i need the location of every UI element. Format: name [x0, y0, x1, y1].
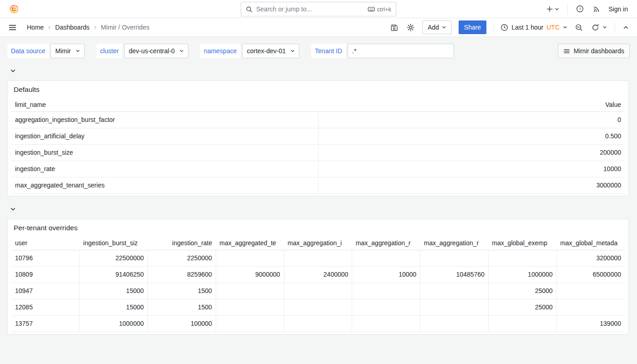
column-header[interactable]: ingestion_burst_siz: [80, 237, 148, 250]
table-row: ingestion_artificial_delay0.500: [11, 128, 625, 144]
variable-label-datasource[interactable]: Data source: [7, 44, 49, 58]
chevron-down-icon: [563, 25, 567, 30]
keyboard-icon: [368, 5, 375, 13]
table-cell: ingestion_burst_size: [11, 144, 318, 161]
column-header[interactable]: ingestion_rate: [148, 237, 216, 250]
add-button[interactable]: Add: [422, 20, 452, 34]
table-cell: [556, 283, 625, 299]
clock-icon: [500, 24, 508, 31]
cluster-select[interactable]: dev-us-central-0: [124, 44, 188, 58]
column-header[interactable]: max_global_metada: [556, 237, 625, 250]
news-button[interactable]: [592, 5, 601, 14]
table-row: 107962250000022500003200000: [11, 250, 625, 266]
tenant-id-input[interactable]: [348, 44, 454, 58]
dashboard-settings-button[interactable]: [406, 23, 415, 32]
time-range-label: Last 1 hour: [511, 24, 543, 31]
panel-title[interactable]: Defaults: [8, 81, 628, 98]
defaults-table: limit_nameValueaggregation_ingestion_bur…: [11, 98, 625, 194]
table-cell: 1500: [148, 299, 216, 315]
table-cell: 10809: [11, 266, 80, 283]
dashboard-toolbar: Home Dashboards Mimir / Overrides: [0, 18, 637, 37]
column-header[interactable]: max_aggregated_te: [216, 237, 284, 250]
search-icon: [246, 6, 253, 13]
table-cell: 1000000: [488, 266, 556, 283]
help-icon: ?: [576, 5, 584, 13]
table-cell: 1500: [148, 283, 216, 299]
table-row: max_aggregated_tenant_series3000000: [11, 177, 625, 193]
table-cell: 2400000: [284, 266, 352, 283]
breadcrumb-current: Mimir / Overrides: [101, 24, 150, 31]
table-cell: 0.500: [318, 128, 625, 144]
toolbar-actions: Add Share Last 1 hour UTC: [389, 20, 630, 34]
table-row: ingestion_rate10000: [11, 161, 625, 177]
column-header[interactable]: Value: [318, 98, 625, 111]
variable-label-tenant-id[interactable]: Tenant ID: [311, 44, 346, 58]
table-cell: [420, 299, 489, 315]
column-header[interactable]: user: [11, 237, 80, 250]
mimir-dashboards-button[interactable]: Mimir dashboards: [558, 44, 630, 58]
table-cell: 10000: [318, 161, 625, 177]
search-input[interactable]: [256, 5, 364, 13]
table-row: aggregation_ingestion_burst_factor0: [11, 111, 625, 128]
table-cell: [420, 250, 489, 266]
column-header[interactable]: max_aggregation_r: [352, 237, 420, 250]
table-cell: [556, 299, 625, 315]
datasource-select[interactable]: Mimir: [51, 44, 84, 58]
table-cell: [284, 299, 352, 315]
row-collapse-toggle[interactable]: [10, 205, 20, 212]
breadcrumb: Home Dashboards Mimir / Overrides: [27, 24, 149, 31]
table-cell: [420, 315, 489, 332]
table-cell: 91406250: [80, 266, 148, 283]
variable-datasource: Data source Mimir: [7, 44, 85, 58]
table-cell: [352, 250, 420, 266]
table-row: 1080991406250825960090000002400000100001…: [11, 266, 625, 283]
column-header[interactable]: max_global_exemp: [488, 237, 556, 250]
column-header[interactable]: max_aggregation_i: [284, 237, 352, 250]
sign-in-link[interactable]: Sign in: [608, 5, 628, 13]
save-dashboard-button[interactable]: [389, 23, 399, 32]
table-cell: 10485760: [420, 266, 489, 283]
refresh-button[interactable]: [591, 23, 608, 32]
table-cell: 10947: [11, 283, 80, 299]
overrides-table: useringestion_burst_sizingestion_ratemax…: [11, 237, 625, 332]
share-button[interactable]: Share: [459, 20, 486, 34]
table-cell: 0: [318, 111, 625, 128]
collapse-toolbar-button[interactable]: [622, 24, 630, 31]
news-icon: [593, 5, 600, 13]
variable-label-cluster[interactable]: cluster: [96, 44, 122, 58]
divider: [615, 22, 615, 32]
zoom-out-icon: [575, 24, 583, 31]
column-header[interactable]: max_aggregation_r: [420, 237, 489, 250]
mega-menu-toggle[interactable]: [7, 22, 18, 33]
time-range-picker[interactable]: Last 1 hour UTC: [500, 24, 567, 31]
table-cell: [352, 299, 420, 315]
gear-icon: [407, 24, 415, 31]
table-cell: [488, 315, 556, 332]
new-menu-button[interactable]: [545, 5, 560, 14]
breadcrumb-dashboards[interactable]: Dashboards: [55, 24, 90, 31]
grafana-logo[interactable]: [9, 4, 19, 14]
variable-filters-row: Data source Mimir cluster dev-us-central…: [7, 44, 630, 58]
namespace-select[interactable]: cortex-dev-01: [242, 44, 299, 58]
panel-title[interactable]: Per-tenant overrides: [8, 219, 628, 237]
global-search[interactable]: ctrl+k: [241, 2, 396, 16]
variable-label-namespace[interactable]: namespace: [200, 44, 240, 58]
table-cell: 22500000: [80, 250, 148, 266]
angle-right-icon: [47, 25, 51, 30]
search-shortcut: ctrl+k: [368, 5, 391, 13]
breadcrumb-home[interactable]: Home: [27, 24, 44, 31]
refresh-icon: [592, 24, 599, 31]
chevron-down-icon: [602, 25, 607, 30]
table-cell: ingestion_rate: [11, 161, 318, 177]
table-cell: 10000: [352, 266, 420, 283]
table-row: 1208515000150025000: [11, 299, 625, 315]
help-button[interactable]: ?: [575, 4, 585, 14]
row-collapse-toggle[interactable]: [10, 67, 20, 74]
panel-per-tenant-overrides: Per-tenant overrides useringestion_burst…: [7, 219, 629, 334]
column-header[interactable]: limit_name: [11, 98, 318, 111]
zoom-out-button[interactable]: [574, 23, 584, 32]
table-cell: [352, 283, 420, 299]
table-cell: 3200000: [556, 250, 625, 266]
datasource-value: Mimir: [55, 47, 71, 55]
table-cell: 3000000: [318, 177, 625, 193]
